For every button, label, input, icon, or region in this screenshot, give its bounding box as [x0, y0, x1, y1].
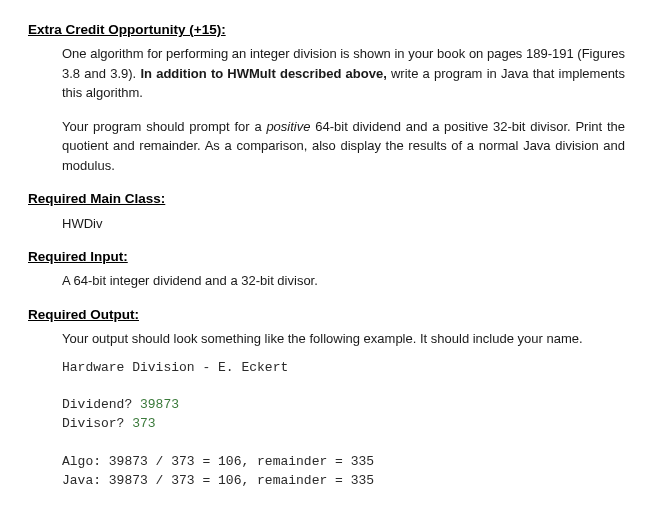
heading-extra-credit: Extra Credit Opportunity (+15): — [28, 20, 625, 40]
section-required-input: Required Input: A 64-bit integer dividen… — [28, 247, 625, 291]
value-divisor: 373 — [132, 416, 155, 431]
example-output-blank-2 — [62, 434, 625, 453]
heading-main-class: Required Main Class: — [28, 189, 625, 209]
label-divisor: Divisor? — [62, 416, 132, 431]
value-dividend: 39873 — [140, 397, 179, 412]
heading-required-output: Required Output: — [28, 305, 625, 325]
example-output-java: Java: 39873 / 373 = 106, remainder = 335 — [62, 472, 625, 491]
required-input-value: A 64-bit integer dividend and a 32-bit d… — [62, 271, 625, 291]
extra-credit-para-1: One algorithm for performing an integer … — [62, 44, 625, 103]
text-run: Your program should prompt for a — [62, 119, 266, 134]
main-class-value: HWDiv — [62, 214, 625, 234]
section-required-output: Required Output: Your output should look… — [28, 305, 625, 491]
example-output-dividend: Dividend? 39873 — [62, 396, 625, 415]
heading-required-input: Required Input: — [28, 247, 625, 267]
required-output-intro: Your output should look something like t… — [62, 329, 625, 349]
label-dividend: Dividend? — [62, 397, 140, 412]
example-output-algo: Algo: 39873 / 373 = 106, remainder = 335 — [62, 453, 625, 472]
example-output-title: Hardware Division - E. Eckert — [62, 359, 625, 378]
section-main-class: Required Main Class: HWDiv — [28, 189, 625, 233]
section-extra-credit: Extra Credit Opportunity (+15): One algo… — [28, 20, 625, 175]
text-run-italic: positive — [266, 119, 310, 134]
example-output-divisor: Divisor? 373 — [62, 415, 625, 434]
text-run-bold: In addition to HWMult described above, — [140, 66, 391, 81]
example-output-blank-1 — [62, 377, 625, 396]
extra-credit-para-2: Your program should prompt for a positiv… — [62, 117, 625, 176]
